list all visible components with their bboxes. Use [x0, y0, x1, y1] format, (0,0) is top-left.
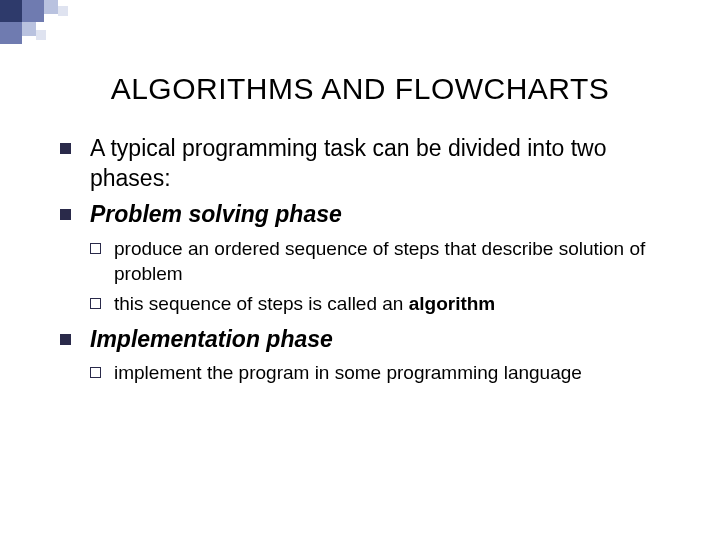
- bullet-text: Implementation phase: [90, 326, 333, 352]
- sub-bullet: produce an ordered sequence of steps tha…: [90, 236, 680, 287]
- bullet-implementation: Implementation phase implement the progr…: [60, 325, 680, 387]
- bullet-text: Problem solving phase: [90, 201, 342, 227]
- sub-bullet-text: this sequence of steps is called an: [114, 293, 409, 314]
- bullet-intro: A typical programming task can be divide…: [60, 134, 680, 194]
- sub-bullet-text: implement the program in some programmin…: [114, 362, 582, 383]
- slide-content: A typical programming task can be divide…: [60, 134, 680, 386]
- bullet-text: A typical programming task can be divide…: [90, 135, 607, 191]
- sub-bullet-text: produce an ordered sequence of steps tha…: [114, 238, 645, 285]
- sub-bullet-emph: algorithm: [409, 293, 496, 314]
- corner-decoration: [0, 0, 100, 50]
- sub-bullet: this sequence of steps is called an algo…: [90, 291, 680, 317]
- sub-bullet: implement the program in some programmin…: [90, 360, 680, 386]
- slide-title: ALGORITHMS AND FLOWCHARTS: [0, 72, 720, 106]
- bullet-problem-solving: Problem solving phase produce an ordered…: [60, 200, 680, 317]
